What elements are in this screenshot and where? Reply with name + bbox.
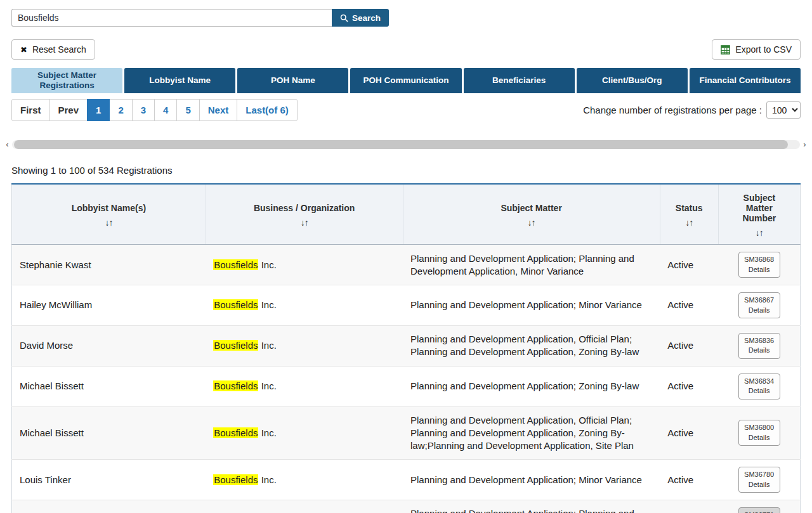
- details-cell: SM36867 Details: [718, 285, 800, 326]
- lobbyist-name-cell: Michael Bissett: [12, 406, 206, 460]
- tab-subject-matter-registrations[interactable]: Subject Matter Registrations: [11, 68, 122, 93]
- table-row: Stephanie Kwast Bousfields Inc. Planning…: [12, 245, 801, 285]
- subject-matter-number: SM36867: [744, 295, 775, 305]
- sort-icon[interactable]: ↓↑: [211, 218, 398, 228]
- details-label: Details: [744, 480, 775, 490]
- status-cell: Active: [660, 245, 718, 285]
- horizontal-scrollbar[interactable]: ‹ ›: [3, 139, 809, 150]
- details-button[interactable]: SM36868 Details: [738, 252, 780, 278]
- subject-matter-number: SM36868: [744, 255, 775, 264]
- pagination-prev-button[interactable]: Prev: [49, 99, 88, 121]
- details-cell: SM36780 Details: [718, 460, 800, 500]
- subject-matter-number: SM36836: [744, 336, 775, 346]
- csv-file-icon: [721, 45, 730, 55]
- organization-suffix: Inc.: [258, 427, 276, 438]
- details-button[interactable]: SM36780 Details: [738, 467, 780, 493]
- sort-icon[interactable]: ↓↑: [409, 218, 655, 228]
- close-icon: ✖: [20, 45, 27, 55]
- search-term-highlight: Bousfields: [213, 259, 258, 270]
- details-label: Details: [744, 386, 775, 396]
- pagination-page-5[interactable]: 5: [176, 99, 199, 121]
- search-button[interactable]: Search: [332, 9, 389, 27]
- organization-suffix: Inc.: [258, 340, 276, 351]
- details-button[interactable]: SM36836 Details: [738, 333, 780, 359]
- table-row: Hailey McWilliam Bousfields Inc. Plannin…: [12, 285, 801, 326]
- details-cell: SM36834 Details: [718, 366, 800, 406]
- pagination-next-button[interactable]: Next: [199, 99, 238, 121]
- lobbyist-name-cell: Stephanie Kwast: [12, 500, 206, 513]
- lobbyist-name-cell: Michael Bissett: [12, 366, 206, 406]
- search-term-highlight: Bousfields: [213, 474, 258, 485]
- column-header-business-organization[interactable]: Business / Organization ↓↑: [206, 184, 403, 245]
- per-page-label: Change number of registrations per page …: [583, 105, 762, 115]
- lobbyist-name-cell: David Morse: [12, 325, 206, 366]
- details-label: Details: [744, 433, 775, 443]
- organization-suffix: Inc.: [258, 380, 276, 391]
- pagination-page-3[interactable]: 3: [132, 99, 155, 121]
- pagination-page-4[interactable]: 4: [154, 99, 177, 121]
- column-header-subject-matter-number[interactable]: Subject Matter Number ↓↑: [718, 184, 800, 245]
- pagination-page-1[interactable]: 1: [87, 99, 110, 121]
- sort-icon[interactable]: ↓↑: [17, 218, 200, 228]
- search-button-label: Search: [352, 13, 381, 23]
- status-cell: Active: [660, 325, 718, 366]
- organization-cell: Bousfields Inc.: [206, 325, 403, 366]
- export-csv-label: Export to CSV: [735, 44, 792, 55]
- sort-icon[interactable]: ↓↑: [665, 218, 713, 228]
- search-term-highlight: Bousfields: [213, 340, 258, 351]
- lobbyist-name-cell: Hailey McWilliam: [12, 285, 206, 326]
- organization-cell: Bousfields Inc.: [206, 500, 403, 513]
- subject-matter-cell: Planning and Development Application; Mi…: [403, 460, 660, 500]
- tab-lobbyist-name[interactable]: Lobbyist Name: [124, 68, 235, 93]
- table-row: Michael Bissett Bousfields Inc. Planning…: [12, 406, 801, 460]
- search-term-highlight: Bousfields: [213, 427, 258, 438]
- pagination-page-2[interactable]: 2: [109, 99, 132, 121]
- scrollbar-track[interactable]: [12, 140, 800, 149]
- reset-search-button[interactable]: ✖ Reset Search: [11, 39, 95, 60]
- sort-icon[interactable]: ↓↑: [724, 228, 795, 238]
- tab-poh-communication[interactable]: POH Communication: [350, 68, 461, 93]
- subject-matter-number: SM36771: [744, 510, 775, 513]
- status-cell: Active: [660, 285, 718, 326]
- organization-suffix: Inc.: [258, 299, 276, 310]
- column-header-status[interactable]: Status ↓↑: [660, 184, 718, 245]
- organization-suffix: Inc.: [258, 259, 276, 270]
- organization-cell: Bousfields Inc.: [206, 460, 403, 500]
- pagination-first-button[interactable]: First: [11, 99, 50, 121]
- per-page-select[interactable]: 100: [766, 101, 801, 119]
- details-cell: SM36771 Details: [718, 500, 800, 513]
- per-page-control: Change number of registrations per page …: [583, 101, 801, 119]
- subject-matter-number: SM36800: [744, 423, 775, 432]
- tab-financial-contributors[interactable]: Financial Contributors: [690, 68, 801, 93]
- status-cell: Active: [660, 406, 718, 460]
- search-term-highlight: Bousfields: [213, 299, 258, 310]
- search-icon: [340, 14, 348, 22]
- search-input[interactable]: [11, 9, 332, 27]
- details-button[interactable]: SM36834 Details: [738, 373, 780, 399]
- tab-client-bus-org[interactable]: Client/Bus/Org: [577, 68, 688, 93]
- details-button[interactable]: SM36800 Details: [738, 420, 780, 446]
- tab-beneficiaries[interactable]: Beneficiaries: [464, 68, 575, 93]
- pagination: First Prev 1 2 3 4 5 Next Last(of 6): [11, 99, 298, 121]
- lobbyist-name-cell: Stephanie Kwast: [12, 245, 206, 285]
- details-cell: SM36868 Details: [718, 245, 800, 285]
- search-bar: Search: [11, 9, 801, 27]
- column-header-subject-matter[interactable]: Subject Matter ↓↑: [403, 184, 660, 245]
- tab-poh-name[interactable]: POH Name: [237, 68, 348, 93]
- pagination-last-button[interactable]: Last(of 6): [237, 99, 298, 121]
- lobbyist-name-cell: Louis Tinker: [12, 460, 206, 500]
- details-button[interactable]: SM36771 Details: [738, 507, 780, 513]
- export-csv-button[interactable]: Export to CSV: [712, 39, 801, 60]
- scroll-right-icon[interactable]: ›: [800, 140, 809, 149]
- status-cell: Active: [660, 460, 718, 500]
- details-cell: SM36800 Details: [718, 406, 800, 460]
- status-cell: Active: [660, 366, 718, 406]
- organization-cell: Bousfields Inc.: [206, 366, 403, 406]
- scrollbar-thumb[interactable]: [14, 140, 788, 149]
- scroll-left-icon[interactable]: ‹: [3, 140, 12, 149]
- details-button[interactable]: SM36867 Details: [738, 292, 780, 318]
- details-label: Details: [744, 265, 775, 275]
- organization-cell: Bousfields Inc.: [206, 245, 403, 285]
- column-header-lobbyist-names[interactable]: Lobbyist Name(s) ↓↑: [12, 184, 206, 245]
- search-category-tabs: Subject Matter Registrations Lobbyist Na…: [11, 68, 801, 93]
